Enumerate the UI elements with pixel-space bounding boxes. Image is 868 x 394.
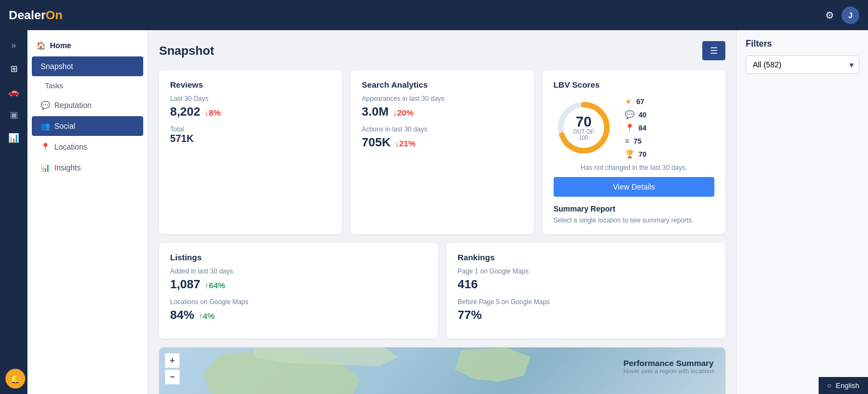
sidebar-tasks-label: Tasks bbox=[45, 82, 63, 90]
sidebar-item-insights[interactable]: 📊 Insights bbox=[32, 158, 143, 178]
sidebar: 🏠 Home Snapshot Tasks 💬 Reputation 👥 Soc… bbox=[27, 30, 148, 394]
listings-locations-label: Locations on Google Maps bbox=[170, 298, 427, 306]
chat-icon: 💬 bbox=[625, 110, 634, 119]
lbv-score-bar: ≡ 75 bbox=[625, 136, 646, 145]
lbv-title: LBV Scores bbox=[554, 80, 714, 89]
sidebar-item-snapshot[interactable]: Snapshot bbox=[32, 56, 143, 76]
lbv-score-subtitle: OUT OF 100 bbox=[568, 129, 599, 141]
rail-media-btn[interactable]: ▣ bbox=[4, 105, 24, 124]
sidebar-insights-label: Insights bbox=[54, 163, 81, 172]
filter-button[interactable]: ☰ bbox=[702, 41, 725, 60]
insights-icon: 📊 bbox=[41, 163, 50, 172]
sidebar-locations-label: Locations bbox=[54, 142, 87, 151]
bar-icon: ≡ bbox=[625, 136, 629, 145]
lbv-score-chat-val: 40 bbox=[639, 111, 646, 119]
actions-label: Actions in last 30 days bbox=[362, 125, 522, 133]
trophy-icon: 🏆 bbox=[625, 150, 634, 158]
dashboard-icon: ⊞ bbox=[10, 64, 18, 74]
layout: » ⊞ 🚗 ▣ 📊 🏠 Home Snapshot Tasks 💬 Reputa… bbox=[0, 30, 868, 394]
rail-auto-btn[interactable]: 🚗 bbox=[4, 82, 24, 101]
search-analytics-card: Search Analytics Appearances in last 30 … bbox=[351, 70, 533, 234]
page-title: Snapshot bbox=[159, 44, 214, 58]
sidebar-item-reputation[interactable]: 💬 Reputation bbox=[32, 95, 143, 115]
stats-grid-row1: Reviews Last 30 Days 8,202 ↓8% Total 571… bbox=[159, 70, 725, 234]
lbv-gauge: 70 OUT OF 100 bbox=[554, 98, 614, 158]
rail-chart-btn[interactable]: 📊 bbox=[4, 128, 24, 147]
listings-added-value: 1,087 bbox=[170, 277, 200, 292]
expand-icon: » bbox=[12, 41, 16, 50]
right-panel: Filters All (582) Location 1 Location 2 bbox=[736, 30, 868, 394]
listings-card: Listings Added in last 30 days 1,087 ↑64… bbox=[159, 243, 438, 339]
sidebar-item-tasks[interactable]: Tasks bbox=[27, 77, 148, 94]
rankings-before5-label: Before Page 5 on Google Maps bbox=[458, 298, 714, 306]
topbar-right: ⚙ J bbox=[825, 7, 859, 24]
lbv-score-star: ★ 67 bbox=[625, 97, 646, 106]
sidebar-home[interactable]: 🏠 Home bbox=[27, 36, 148, 55]
avatar[interactable]: J bbox=[842, 7, 859, 24]
actions-change: ↓21% bbox=[395, 139, 416, 148]
map-perf-title: Performance Summary bbox=[623, 358, 714, 368]
lbv-score-chat: 💬 40 bbox=[625, 110, 646, 119]
home-icon: 🏠 bbox=[36, 41, 46, 50]
globe-icon: ○ bbox=[827, 381, 832, 390]
map-performance-label: Performance Summary Hover over a region … bbox=[623, 358, 714, 374]
reviews-card: Reviews Last 30 Days 8,202 ↓8% Total 571… bbox=[159, 70, 342, 234]
lbv-body: 70 OUT OF 100 ★ 67 💬 40 bbox=[554, 97, 714, 158]
auto-icon: 🚗 bbox=[8, 87, 19, 97]
view-details-button[interactable]: View Details bbox=[554, 177, 714, 197]
map-zoom-in-button[interactable]: + bbox=[165, 353, 180, 368]
bottom-avatar-icon: 🔔 bbox=[10, 374, 21, 384]
lbv-score-pin-val: 84 bbox=[639, 124, 646, 132]
reviews-title: Reviews bbox=[170, 80, 331, 89]
icon-rail: » ⊞ 🚗 ▣ 📊 bbox=[0, 30, 27, 394]
actions-value-row: 705K ↓21% bbox=[362, 135, 522, 150]
summary-report-text: Select a single location to see summary … bbox=[554, 216, 714, 224]
sidebar-social-label: Social bbox=[54, 122, 75, 130]
language-label: English bbox=[836, 381, 859, 390]
chart-icon: 📊 bbox=[8, 133, 19, 143]
rankings-page1-label: Page 1 on Google Maps bbox=[458, 267, 714, 275]
listings-title: Listings bbox=[170, 253, 427, 262]
reviews-period-label: Last 30 Days bbox=[170, 95, 331, 102]
search-analytics-title: Search Analytics bbox=[362, 80, 522, 89]
settings-icon[interactable]: ⚙ bbox=[825, 9, 834, 21]
sidebar-reputation-label: Reputation bbox=[54, 101, 92, 110]
sidebar-item-locations[interactable]: 📍 Locations bbox=[32, 137, 143, 157]
reviews-value-row: 8,202 ↓8% bbox=[170, 105, 331, 119]
locations-icon: 📍 bbox=[41, 142, 50, 151]
summary-report-title: Summary Report bbox=[554, 204, 714, 213]
appearances-change: ↓20% bbox=[393, 108, 414, 117]
sidebar-home-label: Home bbox=[50, 41, 71, 50]
appearances-value: 3.0M bbox=[362, 105, 388, 119]
lbv-score-number: 70 bbox=[568, 115, 599, 129]
lbv-card: LBV Scores 70 OUT OF 100 bbox=[543, 70, 725, 234]
actions-value: 705K bbox=[362, 135, 391, 150]
reviews-change: ↓8% bbox=[205, 108, 221, 117]
lbv-score-star-val: 67 bbox=[636, 98, 644, 106]
media-icon: ▣ bbox=[10, 110, 18, 120]
listings-added-value-row: 1,087 ↑64% bbox=[170, 277, 427, 292]
listings-locations-value-row: 84% ↑4% bbox=[170, 308, 427, 322]
rankings-card: Rankings Page 1 on Google Maps 416 Befor… bbox=[447, 243, 725, 339]
map-background: + − Reset Performance Summary Hover over… bbox=[159, 347, 725, 394]
lbv-score-trophy: 🏆 70 bbox=[625, 150, 646, 158]
map-zoom-out-button[interactable]: − bbox=[165, 369, 180, 385]
bottom-bar: ○ English bbox=[819, 377, 869, 394]
reputation-icon: 💬 bbox=[41, 101, 50, 110]
rail-dashboard-btn[interactable]: ⊞ bbox=[4, 59, 24, 78]
map-controls: + − bbox=[165, 353, 180, 385]
sidebar-item-social[interactable]: 👥 Social bbox=[32, 116, 143, 136]
lbv-unchanged-text: Has not changed in the last 30 days. bbox=[554, 164, 714, 172]
reviews-total-label: Total bbox=[170, 125, 331, 133]
main-content: Snapshot ☰ Reviews Last 30 Days 8,202 ↓8… bbox=[148, 30, 736, 394]
bottom-left-avatar[interactable]: 🔔 bbox=[5, 369, 25, 389]
app-logo[interactable]: DealerOn bbox=[9, 8, 63, 22]
lbv-gauge-text: 70 OUT OF 100 bbox=[568, 115, 599, 141]
rail-expand-btn[interactable]: » bbox=[4, 36, 24, 55]
filter-select-wrapper: All (582) Location 1 Location 2 bbox=[746, 55, 859, 74]
rankings-title: Rankings bbox=[458, 253, 714, 262]
listings-added-label: Added in last 30 days bbox=[170, 267, 427, 275]
filter-select[interactable]: All (582) Location 1 Location 2 bbox=[746, 55, 859, 74]
appearances-label: Appearances in last 30 days bbox=[362, 95, 522, 102]
sidebar-snapshot-label: Snapshot bbox=[41, 62, 73, 71]
